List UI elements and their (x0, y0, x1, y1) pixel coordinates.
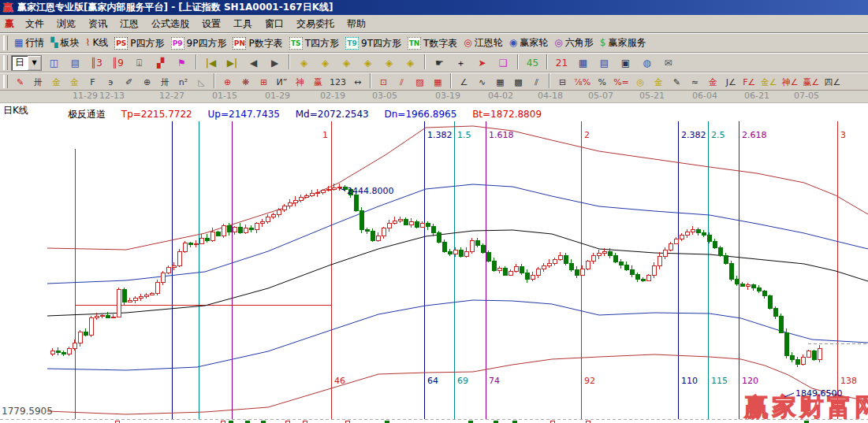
mail-button[interactable]: ✉ (658, 54, 679, 71)
hexagon-button[interactable]: ◎六角形 (551, 35, 596, 51)
p-square-button[interactable]: PSP四方形 (111, 35, 167, 52)
9t-square-button[interactable]: T99T四方形 (342, 35, 404, 52)
percent78-button[interactable]: ⅞% (572, 74, 593, 91)
spiral-button[interactable]: ϶ (102, 74, 120, 91)
menu-item-1[interactable]: 浏览 (50, 17, 82, 31)
menu-item-2[interactable]: 资讯 (82, 17, 114, 31)
crosshair-button[interactable]: ＋ (450, 54, 471, 71)
gold-angle-button[interactable]: 金∠ (758, 74, 780, 91)
fan-lines-button[interactable]: ⫽ (393, 74, 411, 91)
menu-item-5[interactable]: 设置 (196, 17, 227, 31)
toolbar-grip[interactable] (3, 35, 8, 50)
f-angle-button[interactable]: F∠ (740, 74, 758, 91)
black-grid-button[interactable]: ▦ (491, 74, 509, 91)
puzzle-button[interactable]: ▞ (150, 54, 171, 71)
gold-grid-button[interactable]: 金 (47, 74, 65, 91)
win-grid-button[interactable]: 赢 (309, 74, 327, 91)
first-bar-button[interactable]: |◀ (200, 54, 222, 71)
zigzag-button[interactable]: ∿ (473, 74, 491, 91)
stamp-button[interactable]: ❑ (493, 54, 514, 71)
period-selector[interactable]: 日 ▼ (11, 55, 42, 71)
win-angle-button[interactable]: 赢∠ (801, 74, 822, 91)
calendar-button[interactable]: 21 (551, 54, 572, 71)
menu-item-8[interactable]: 交易委托 (290, 17, 341, 31)
square-pair-button[interactable]: ⊡ (374, 74, 393, 91)
gold-grid2-button[interactable]: 金 (65, 74, 84, 91)
menu-item-3[interactable]: 江恩 (114, 17, 145, 31)
save-button[interactable]: ▣ (615, 54, 636, 71)
compress-3-button[interactable]: ║3 (86, 54, 107, 71)
width-button[interactable]: ↔ (348, 74, 367, 91)
gann-compress-button[interactable]: ◈ (357, 54, 378, 71)
target-button[interactable]: ⊕ (218, 74, 237, 91)
sector-blocks-button[interactable]: ▚板块 (47, 35, 82, 51)
candlestick-chart[interactable]: 1461.382641.5691.618742922.3821102.51152… (0, 103, 868, 423)
gann-wheel-button[interactable]: ◎江恩轮 (460, 35, 505, 51)
shen-grid-button[interactable]: 神 (291, 74, 309, 91)
t-number-table-button[interactable]: TNT数字表 (404, 35, 460, 52)
j-angle-button[interactable]: J∠ (722, 74, 740, 91)
shen-angle-button[interactable]: 神∠ (780, 74, 801, 91)
circle-grid-button[interactable]: ⊕ (138, 74, 156, 91)
ruler-grid-button[interactable]: 123 (327, 74, 348, 91)
notes-button[interactable]: ▤ (594, 54, 615, 71)
pen-tool-button[interactable]: ✎ (11, 74, 29, 91)
toolbar-grip[interactable] (3, 75, 8, 88)
percent-button[interactable]: % (593, 74, 611, 91)
grid-tool-button[interactable]: 卅 (29, 74, 47, 91)
hand-tool-button[interactable]: ☛ (429, 54, 450, 71)
black-grid2-button[interactable]: ▩ (509, 74, 527, 91)
angle-45-button[interactable]: 45 (522, 54, 543, 71)
quote-mark-button[interactable]: И” (273, 74, 291, 91)
shaded-box-button[interactable]: ▨ (411, 74, 429, 91)
menu-item-6[interactable]: 工具 (227, 17, 259, 31)
candle-style-button[interactable]: ⍗ (129, 54, 150, 71)
chevron-down-icon[interactable]: ▼ (28, 56, 41, 70)
menu-item-4[interactable]: 公式选股 (145, 17, 196, 31)
indicator-window-button[interactable]: ◫ (43, 54, 65, 71)
gann-expand-button[interactable]: ◈ (336, 54, 357, 71)
toolbar-grip[interactable] (3, 55, 8, 69)
gann-star-button[interactable]: ◈ (378, 54, 400, 71)
menu-item-7[interactable]: 窗口 (259, 17, 290, 31)
gann-box-button[interactable]: ⊟ (553, 74, 572, 91)
next-bar-button[interactable]: ▶ (264, 54, 285, 71)
calculator-button[interactable]: ▦ (572, 54, 594, 71)
n-square-button[interactable]: n² (174, 74, 192, 91)
last-bar-button[interactable]: ▶| (222, 54, 243, 71)
winner-service-button[interactable]: $赢家服务 (597, 35, 650, 51)
multi-grid-button[interactable]: 卅 (156, 74, 174, 91)
kline-button[interactable]: ⌇K线 (83, 35, 112, 51)
four-angle-button[interactable]: 四∠ (821, 74, 843, 91)
t-square-button[interactable]: TST四方形 (286, 35, 342, 52)
p-number-table-button[interactable]: PNP数字表 (229, 35, 285, 52)
pointer-label-button[interactable]: ➤ (471, 54, 493, 71)
menu-item-9[interactable]: 帮助 (341, 17, 372, 31)
market-quotes-button[interactable]: ▦行情 (11, 35, 47, 51)
wave-button[interactable]: ≈ (686, 74, 704, 91)
menu-item-0[interactable]: 文件 (19, 17, 50, 31)
pen-grid-button[interactable]: ✐ (120, 74, 138, 91)
shaded-box2-button[interactable]: ▦ (429, 74, 447, 91)
percent-line-button[interactable]: %= (611, 74, 631, 91)
9p-square-button[interactable]: P99P四方形 (168, 35, 230, 52)
gold-circle-button[interactable]: ◎ (631, 74, 650, 91)
chart-area[interactable]: 日K线 极反通道 Tp=2215.7722 Up=2147.7435 Md=20… (0, 103, 868, 423)
parallel-button[interactable]: ⫽ (527, 74, 546, 91)
gold-red-button[interactable]: 金 (704, 74, 722, 91)
gold-line-button[interactable]: 金 (650, 74, 668, 91)
winner-wheel-button[interactable]: ◉赢家轮 (506, 35, 551, 51)
pen2-button[interactable]: ✎ (668, 74, 686, 91)
web-button[interactable]: ❋ (237, 74, 255, 91)
prev-bar-button[interactable]: ◀ (243, 54, 264, 71)
set-square-button[interactable]: ◺ (192, 74, 210, 91)
grid-box-button[interactable]: ⊞ (255, 74, 273, 91)
compress-9-button[interactable]: ║9 (107, 54, 129, 71)
gann-cross-button[interactable]: ◈ (400, 54, 421, 71)
net-save-button[interactable]: ◍ (636, 54, 658, 71)
title-bar[interactable]: 赢 赢家江恩专业版[赢家内部服务平台] - [上证指数 SH1A0001-167… (0, 0, 868, 15)
info-panel-button[interactable]: ▤ (65, 54, 86, 71)
gann-shift-right-button[interactable]: ◈ (315, 54, 336, 71)
f-grid-button[interactable]: F (84, 74, 102, 91)
flag-chart-button[interactable]: ⚑ (171, 54, 192, 71)
